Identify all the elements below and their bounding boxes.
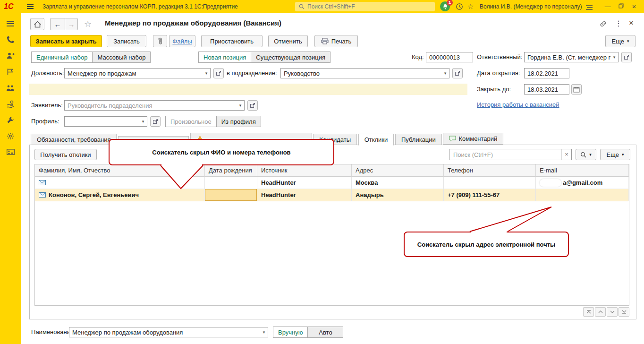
date-opened-field[interactable]: 18.02.2021 [524, 68, 569, 78]
open-form-icon [455, 70, 460, 76]
admin-card-icon[interactable] [6, 147, 15, 156]
scroll-up-button[interactable] [595, 307, 606, 317]
applicant-dropdown-icon[interactable]: ▾ [237, 103, 244, 108]
recruitment-icon[interactable] [6, 67, 15, 76]
position-existing-option[interactable]: Существующая позиция [251, 52, 330, 63]
column-header-source[interactable]: Источник [257, 164, 352, 177]
form-close-icon[interactable]: × [629, 18, 634, 28]
profile-dropdown-icon[interactable]: ▾ [139, 119, 147, 124]
department-field[interactable]: Руководство ▾ [280, 68, 449, 78]
callout-hidden-fio-phone: Соискатель скрыл ФИО и номера телефонов [109, 139, 334, 165]
responsible-field[interactable]: Гордина Е.В. (Ст. менеджер по ▾ [524, 52, 619, 62]
department-dropdown-icon[interactable]: ▾ [441, 71, 449, 76]
date-close-value: 18.03.2021 [525, 86, 569, 93]
window-minimize-button[interactable]: — [603, 3, 612, 10]
profile-select-button[interactable] [150, 116, 161, 127]
responsible-select-button[interactable] [621, 52, 632, 62]
suspend-button[interactable]: Приостановить [201, 35, 263, 47]
cell-phone [444, 177, 536, 189]
favorites-star-icon[interactable]: ☆ [467, 2, 474, 11]
save-button[interactable]: Записать [107, 35, 146, 47]
description-from-profile-option[interactable]: Из профиля [216, 116, 261, 127]
table-row[interactable]: HeadHunter Москва a@gmail.com [35, 177, 629, 189]
forward-button[interactable]: → [65, 18, 78, 30]
scroll-top-button[interactable] [583, 307, 594, 317]
quick-actions-phone-icon[interactable] [6, 35, 15, 44]
home-button[interactable] [30, 18, 44, 30]
recruitment-mass-option[interactable]: Массовый набор [92, 52, 151, 63]
applicant-select-button[interactable] [247, 100, 258, 111]
history-icon[interactable] [456, 3, 463, 12]
column-header-fio[interactable]: Фамилия, Имя, Отчество [35, 164, 205, 177]
recruitment-single-option[interactable]: Единичный набор [31, 52, 93, 63]
table-row-selected[interactable]: Кононов, Сергей, Евгеньевич HeadHunter А… [35, 189, 629, 201]
clear-search-icon[interactable]: × [561, 149, 571, 160]
main-menu-icon[interactable] [26, 4, 34, 11]
cancel-button[interactable]: Отменить [268, 35, 308, 47]
window-close-button[interactable]: × [630, 3, 638, 10]
files-button[interactable]: Файлы [169, 35, 195, 47]
position-type-switch: Новая позиция Существующая позиция [198, 52, 330, 63]
redaction-blob [540, 179, 561, 187]
back-icon: ← [54, 20, 61, 28]
vacancy-history-link[interactable]: История работы с вакансией [477, 101, 559, 108]
tab-publications[interactable]: Публикации [395, 134, 442, 146]
responses-search-input[interactable]: Поиск (Ctrl+F) × [449, 149, 572, 160]
scroll-down-button[interactable] [607, 307, 618, 317]
search-icon [299, 4, 305, 9]
description-highlight-strip [29, 84, 467, 95]
print-button[interactable]: Печать [314, 35, 358, 47]
tab-duties[interactable]: Обязанности, требования [31, 134, 117, 146]
staff-icon[interactable] [6, 51, 15, 60]
position-dropdown-icon[interactable]: ▾ [203, 71, 210, 76]
column-header-address[interactable]: Адрес [352, 164, 444, 177]
column-header-email[interactable]: E-mail [536, 164, 629, 177]
print-button-label: Печать [331, 38, 352, 45]
column-header-birthdate[interactable]: Дата рождения [205, 164, 257, 177]
naming-dropdown-icon[interactable]: ▾ [260, 330, 268, 335]
position-select-button[interactable] [213, 68, 224, 78]
window-restore-button[interactable] [617, 3, 625, 10]
attach-button[interactable] [153, 35, 167, 47]
department-select-button[interactable] [452, 68, 463, 78]
current-user[interactable]: Волина И.В. (Менеджер по персоналу) [480, 0, 582, 13]
payments-hand-icon[interactable] [6, 99, 15, 108]
column-header-phone[interactable]: Телефон [444, 164, 536, 177]
employees-group-icon[interactable] [6, 83, 15, 92]
responsible-dropdown-icon[interactable]: ▾ [610, 55, 618, 60]
naming-field[interactable]: Менеджер по продажам оборудования ▾ [69, 327, 268, 337]
get-responses-button[interactable]: Получить отклики [34, 149, 97, 160]
date-close-calendar-button[interactable] [571, 84, 582, 95]
toolbar-more-button[interactable]: Еще ▾ [605, 35, 636, 47]
link-icon[interactable] [600, 20, 607, 29]
service-menu-icon[interactable] [585, 4, 593, 11]
position-new-option[interactable]: Новая позиция [198, 52, 251, 63]
naming-auto-option[interactable]: Авто [307, 327, 343, 338]
responses-more-button[interactable]: Еще ▾ [600, 149, 630, 160]
cell-birthdate-selected[interactable] [205, 189, 257, 201]
more-dots-icon[interactable]: ⋮ [615, 19, 622, 28]
date-close-field[interactable]: 18.03.2021 [524, 84, 569, 95]
description-custom-option[interactable]: Произвольное [165, 116, 217, 127]
global-search-input[interactable]: Поиск Ctrl+Shift+F [295, 2, 435, 11]
sections-menu-icon[interactable] [6, 19, 15, 28]
tab-comment[interactable]: Комментарий [443, 133, 503, 145]
favorite-star-icon[interactable]: ☆ [84, 19, 92, 29]
position-field[interactable]: Менеджер по продажам ▾ [64, 68, 211, 78]
table-header-row: Фамилия, Имя, Отчество Дата рождения Ист… [35, 164, 629, 177]
settings-gear-icon[interactable] [6, 131, 15, 140]
tab-label: Комментарий [458, 135, 497, 142]
save-and-close-button[interactable]: Записать и закрыть [30, 35, 102, 47]
tab-responses[interactable]: Отклики [358, 134, 394, 146]
naming-manual-option[interactable]: Вручную [273, 327, 308, 338]
search-options-button[interactable]: ▾ [576, 149, 596, 160]
scroll-bottom-button[interactable] [619, 307, 629, 317]
applicant-field[interactable]: Руководитель подразделения ▾ [64, 100, 245, 111]
code-field[interactable]: 000000013 [426, 52, 473, 62]
responses-search-placeholder: Поиск (Ctrl+F) [449, 151, 561, 158]
back-button[interactable]: ← [50, 18, 65, 30]
cell-fio: Кононов, Сергей, Евгеньевич [49, 191, 139, 198]
profile-field[interactable]: ▾ [64, 116, 147, 127]
tools-wrench-icon[interactable] [6, 115, 15, 124]
date-opened-value: 18.02.2021 [525, 70, 569, 77]
